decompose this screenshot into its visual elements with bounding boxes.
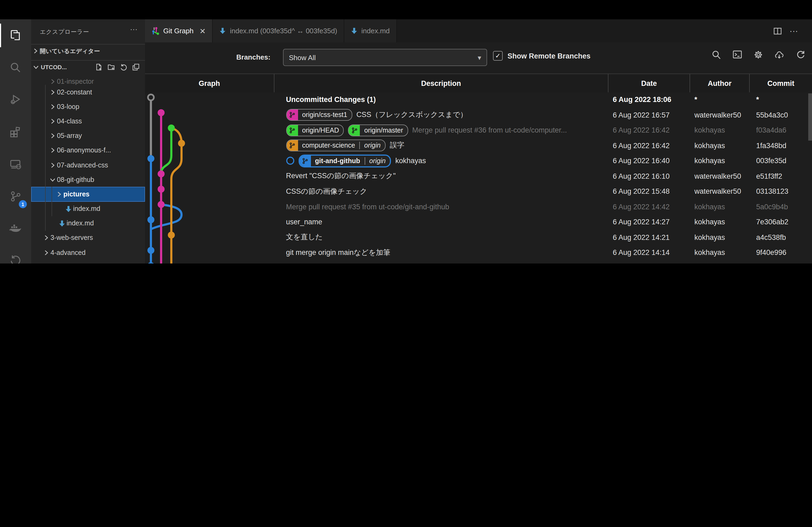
- explorer-actions: [95, 63, 145, 71]
- commit-author: kokhayas: [690, 260, 750, 264]
- activitybar-history[interactable]: [0, 245, 31, 264]
- tree-item-07-advanced-css[interactable]: 07-advanced-css: [31, 158, 145, 172]
- close-icon[interactable]: ✕: [200, 27, 206, 35]
- commit-message: git cloneとgit branch: [286, 263, 352, 264]
- commit-author: kokhayas: [690, 230, 750, 245]
- sidebar-more-icon[interactable]: ···: [130, 25, 137, 33]
- tree-item-02-constant[interactable]: 02-constant: [31, 85, 145, 99]
- tree-item-04-class[interactable]: 04-class: [31, 114, 145, 129]
- commit-date: 6 Aug 2022 16:10: [608, 168, 690, 184]
- more-actions-icon[interactable]: ···: [789, 26, 798, 36]
- tree-item-06-anonymous-f-[interactable]: 06-anonymous-f...: [31, 143, 145, 158]
- activitybar-docker[interactable]: [0, 212, 31, 245]
- activitybar-source-control[interactable]: 1: [0, 180, 31, 212]
- commit-author: kokhayas: [690, 138, 750, 153]
- tab-index-md-diff[interactable]: index.md (003fe35d^ ↔ 003fe35d): [213, 19, 344, 42]
- commit-message: Merge pull request #35 from ut-code/git-…: [286, 203, 449, 211]
- commit-date: 6 Aug 2022 14:27: [608, 214, 690, 230]
- markdown-icon: [219, 27, 226, 34]
- show-remote-branches-checkbox[interactable]: ✓ Show Remote Branches: [493, 51, 591, 61]
- refresh-icon[interactable]: [120, 63, 127, 71]
- tab-git-graph[interactable]: Git Graph ✕: [145, 19, 213, 42]
- tree-item-08-git-github[interactable]: 08-git-github: [31, 172, 145, 187]
- commit-date: 6 Aug 2022 14:14: [608, 245, 690, 260]
- tree-item-index-md[interactable]: index.md: [31, 216, 145, 230]
- commit-node-row3: [168, 124, 175, 131]
- commit-date: 6 Aug 2022 18:06: [608, 92, 690, 107]
- project-section-header[interactable]: UTCOD...: [31, 60, 145, 74]
- vscode-window: 1 エクスプローラー ··· 開いているエディター UTCOD... 01-in…: [0, 0, 812, 264]
- commit-table-header: Graph Description Date Author Commit: [145, 74, 812, 93]
- commit-node-row1: [148, 94, 154, 100]
- commit-message: Uncommitted Changes (1): [286, 96, 376, 104]
- commit-node-row9: [147, 216, 155, 223]
- commit-node-row4: [178, 139, 185, 147]
- activity-bar: 1: [0, 19, 31, 264]
- commit-date: 6 Aug 2022 16:57: [608, 107, 690, 123]
- commit-author: waterwalker50: [690, 184, 750, 199]
- commit-author: waterwalker50: [690, 168, 750, 184]
- commit-hash: 5a0c9b4b: [750, 199, 812, 214]
- new-folder-icon[interactable]: [107, 63, 115, 71]
- commit-hash: *: [750, 92, 812, 107]
- tree-item-4-advanced[interactable]: 4-advanced: [31, 245, 145, 260]
- commit-message: 文を直した: [286, 232, 323, 242]
- commit-node-row5: [147, 155, 155, 162]
- tree-item-index-md[interactable]: index.md: [31, 201, 145, 216]
- settings-icon[interactable]: [753, 50, 763, 60]
- editor-actions: ···: [773, 19, 812, 42]
- branch-badge[interactable]: origin/css-test1: [286, 109, 352, 121]
- activitybar-search[interactable]: [0, 51, 31, 84]
- scm-badge: 1: [19, 200, 27, 208]
- checked-out-ring-icon: [286, 157, 294, 165]
- tree-item-05-array[interactable]: 05-array: [31, 129, 145, 143]
- commit-author: kokhayas: [690, 153, 750, 168]
- tab-index-md[interactable]: index.md: [344, 19, 397, 42]
- branch-badge[interactable]: computer-scienceorigin: [286, 140, 385, 152]
- find-commit-icon[interactable]: [712, 50, 721, 60]
- tree-item-pictures[interactable]: pictures: [31, 187, 145, 201]
- commit-table-body: Uncommitted Changes (1)6 Aug 2022 18:06*…: [145, 92, 812, 264]
- project-name: UTCOD...: [41, 64, 67, 70]
- commit-author: kokhayas: [690, 123, 750, 138]
- open-editors-section[interactable]: 開いているエディター: [31, 44, 145, 57]
- activitybar-extensions[interactable]: [0, 116, 31, 148]
- sidebar-title: エクスプローラー: [40, 28, 89, 36]
- commit-date: 6 Aug 2022 16:42: [608, 138, 690, 153]
- column-author: Author: [690, 74, 750, 93]
- split-editor-icon[interactable]: [773, 27, 782, 35]
- tree-item-clipped: 01-inspector: [31, 78, 145, 85]
- activitybar-explorer[interactable]: [0, 19, 31, 51]
- cloud-download-icon[interactable]: [774, 50, 785, 60]
- commit-hash: 003fe35d: [750, 153, 812, 168]
- tree-item-03-loop[interactable]: 03-loop: [31, 99, 145, 114]
- commit-date: 6 Aug 2022 14:21: [608, 230, 690, 245]
- commit-date: 6 Aug 2022 16:42: [608, 123, 690, 138]
- branch-badge[interactable]: origin/HEAD: [286, 124, 344, 136]
- collapse-folders-icon[interactable]: [132, 63, 140, 71]
- commit-hash: 1fa348bd: [750, 138, 812, 153]
- new-file-icon[interactable]: [95, 63, 103, 71]
- git-graph-icon: [151, 27, 160, 35]
- commit-message: Merge pull request #36 from ut-code/comp…: [412, 126, 567, 134]
- activitybar-remote-explorer[interactable]: [0, 148, 31, 180]
- table-scrollbar[interactable]: [808, 93, 812, 140]
- commit-node-row7: [158, 185, 164, 192]
- branches-dropdown[interactable]: Show All ▾: [283, 49, 487, 66]
- tree-item-8-other[interactable]: 8-other: [31, 260, 145, 264]
- refresh-icon[interactable]: [796, 50, 806, 60]
- explorer-sidebar: エクスプローラー ··· 開いているエディター UTCOD... 01-insp…: [31, 19, 145, 264]
- title-bar: [0, 0, 812, 19]
- commit-date: 6 Aug 2022 16:40: [608, 153, 690, 168]
- commit-node-row11: [147, 246, 155, 254]
- terminal-icon[interactable]: [733, 50, 742, 60]
- commit-message: kokhayas: [395, 157, 426, 165]
- commit-message: user_name: [286, 218, 322, 226]
- commit-hash: 55b4a3c0: [750, 107, 812, 123]
- git-graph-toolbar: Branches: Show All ▾ ✓ Show Remote Branc…: [145, 42, 812, 74]
- branch-badge[interactable]: origin/master: [348, 124, 408, 136]
- activitybar-run-debug[interactable]: [0, 84, 31, 116]
- tree-item-3-web-servers[interactable]: 3-web-servers: [31, 231, 145, 245]
- branch-icon: [287, 140, 298, 151]
- branch-badge[interactable]: git-and-githuborigin: [298, 154, 391, 167]
